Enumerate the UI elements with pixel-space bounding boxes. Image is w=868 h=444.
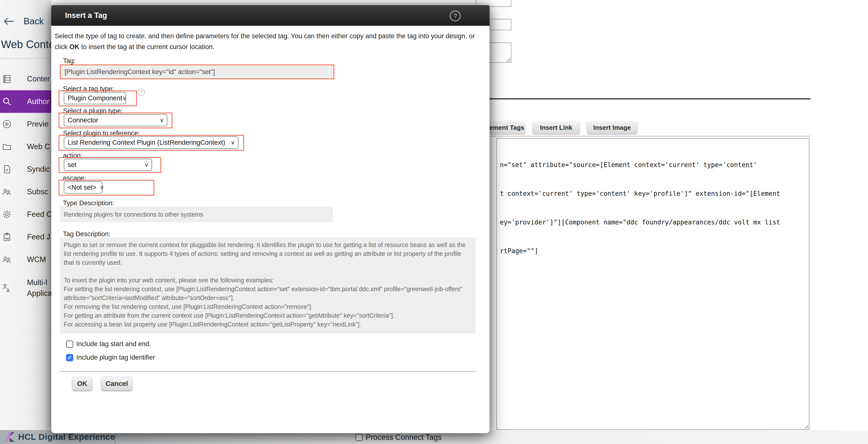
include-tag-row: ✓ Include tag start and end. — [66, 340, 151, 348]
sidebar-item-feed-configurations[interactable]: Feed C — [0, 203, 51, 226]
sidebar-divider — [0, 58, 51, 59]
include-tag-checkbox[interactable]: ✓ — [66, 341, 73, 348]
section-rule — [490, 98, 811, 99]
sidebar-item-feed-jobs[interactable]: Feed J — [0, 226, 51, 248]
sidebar-nav: Conter Author Previe Web C — [0, 68, 51, 305]
sidebar-item-label: Author — [27, 96, 49, 107]
people-icon — [2, 255, 12, 264]
sidebar-item-preview[interactable]: Previe — [0, 113, 51, 136]
include-plugin-row: ✓ Include plugin tag identifier — [66, 354, 155, 361]
clipboard-icon — [2, 232, 12, 242]
sidebar-item-label: Previe — [27, 119, 49, 129]
hcl-logo-icon — [3, 431, 15, 443]
sidebar-item-label: Feed J — [27, 232, 50, 242]
sidebar-item-authoring[interactable]: Author — [0, 90, 51, 113]
sidebar-item-label: Conter — [27, 73, 50, 84]
sidebar-item-label: Multi-lApplica — [27, 277, 52, 299]
insert-image-button[interactable]: Insert Image — [587, 121, 638, 134]
sidebar-item-wcm[interactable]: WCM — [0, 248, 51, 271]
ok-button[interactable]: OK — [72, 377, 92, 390]
dialog-titlebar: Insert a Tag ? — [51, 5, 490, 26]
sidebar-item-syndication[interactable]: Syndic — [0, 158, 51, 181]
action-select[interactable]: set∨ — [64, 159, 152, 171]
hcl-logo-text: HCL Digital Experience — [18, 432, 115, 442]
chevron-down-icon: ∨ — [144, 161, 149, 168]
back-arrow-icon — [3, 17, 14, 26]
dialog-intro-text: Select the type of tag to create, and th… — [55, 31, 484, 52]
sidebar: Back Web Conter Conter Author — [0, 0, 51, 430]
gear-icon — [2, 209, 12, 219]
translate-icon: 文 A — [2, 283, 12, 293]
folder-icon — [2, 142, 12, 152]
sidebar-item-label: Feed C — [27, 209, 52, 220]
chevron-down-icon: ∨ — [159, 117, 164, 124]
sidebar-item-label: WCM — [27, 254, 46, 265]
svg-text:A: A — [6, 288, 10, 293]
document-check-icon — [2, 165, 12, 174]
tag-type-help-icon[interactable]: ? — [137, 89, 145, 96]
sidebar-item-web-content[interactable]: Web C — [0, 136, 51, 158]
include-plugin-checkbox[interactable]: ✓ — [66, 354, 73, 361]
plugin-type-select[interactable]: Connector∨ — [64, 114, 167, 126]
sidebar-title: Web Conter — [1, 38, 58, 51]
escape-select[interactable]: <Not set>∨ — [64, 181, 102, 194]
tag-description-label: Tag Description: — [63, 230, 111, 238]
markup-textarea[interactable]: n="set" attribute="source=[Element conte… — [496, 138, 809, 430]
tag-value: [Plugin:ListRenderingContext key="id" ac… — [64, 68, 215, 76]
process-connect-tags-label: Process Connect Tags — [366, 433, 442, 442]
sidebar-item-subscribers[interactable]: Subsc — [0, 181, 51, 203]
sidebar-item-content[interactable]: Conter — [0, 68, 51, 90]
type-description-label: Type Description: — [63, 200, 114, 207]
chevron-down-icon: ∨ — [122, 95, 127, 101]
chevron-down-icon: ∨ — [100, 184, 104, 191]
tag-label: Tag: — [63, 57, 75, 65]
resize-handle-icon[interactable] — [505, 57, 510, 62]
insert-tag-dialog: Insert a Tag ? Select the type of tag to… — [51, 5, 490, 433]
tag-field[interactable]: [Plugin:ListRenderingContext key="id" ac… — [60, 64, 334, 79]
dialog-divider — [60, 371, 475, 372]
page: Back Web Conter Conter Author — [0, 0, 868, 444]
content-icon — [2, 74, 12, 84]
type-description-box: Rendering plugins for connections to oth… — [60, 207, 333, 222]
sidebar-item-label: Syndic — [27, 164, 50, 175]
insert-link-button[interactable]: Insert Link — [532, 121, 580, 134]
back-label: Back — [24, 16, 44, 27]
sidebar-item-multilingual-applications[interactable]: 文 A Multi-lApplica — [0, 271, 51, 305]
back-button[interactable]: Back — [0, 13, 51, 30]
tag-type-select[interactable]: Plugin Component∨ — [64, 92, 126, 104]
people-icon — [2, 187, 12, 197]
markup-code: n="set" attribute="source=[Element conte… — [500, 141, 807, 275]
sidebar-item-label: Web C — [27, 141, 50, 152]
tag-description-box: Plugin to set or remove the current cont… — [60, 237, 475, 333]
plugin-ref-select[interactable]: List Rendering Context Plugin (ListRende… — [64, 137, 239, 149]
play-circle-icon — [2, 119, 12, 129]
process-connect-tags-checkbox[interactable]: ✓ — [355, 434, 363, 441]
resize-handle-icon[interactable] — [803, 424, 808, 428]
chevron-down-icon: ∨ — [230, 139, 235, 146]
search-icon — [2, 97, 12, 107]
cancel-button[interactable]: Cancel — [101, 377, 132, 390]
include-plugin-label: Include plugin tag identifier — [76, 354, 155, 361]
dialog-title: Insert a Tag — [65, 11, 107, 20]
toolbar-divider — [490, 136, 811, 137]
process-connect-tags-row: ✓ Process Connect Tags — [355, 433, 442, 442]
include-tag-label: Include tag start and end. — [76, 340, 151, 348]
sidebar-item-label: Subsc — [27, 186, 48, 197]
help-icon[interactable]: ? — [450, 10, 461, 21]
